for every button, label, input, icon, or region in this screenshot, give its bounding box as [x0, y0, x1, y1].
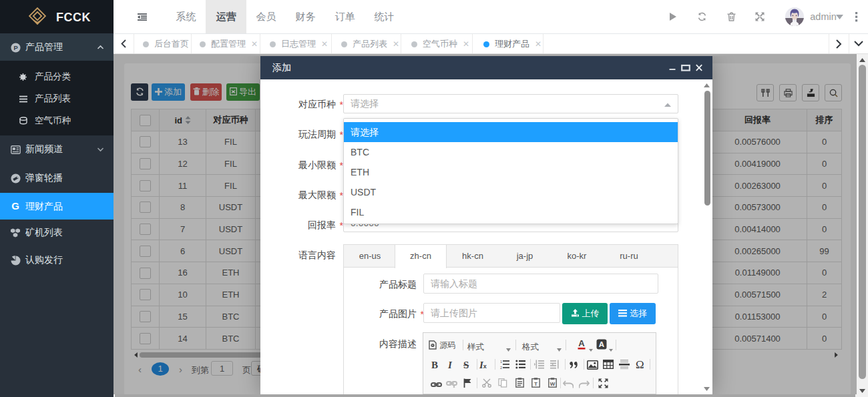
- svg-text:A: A: [599, 340, 604, 348]
- svg-text:A: A: [578, 338, 585, 348]
- svg-text:T: T: [534, 381, 537, 387]
- svg-text:1: 1: [500, 360, 502, 364]
- svg-text:W: W: [550, 381, 556, 387]
- svg-text:P: P: [13, 45, 17, 51]
- svg-text:2: 2: [500, 366, 502, 369]
